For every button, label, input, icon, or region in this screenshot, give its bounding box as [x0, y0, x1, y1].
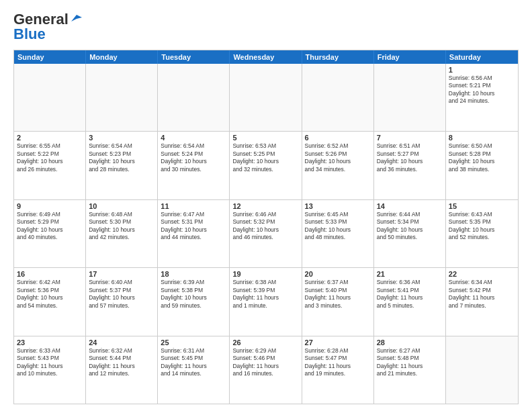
day-info: Sunrise: 6:52 AM Sunset: 5:26 PM Dayligh…: [305, 142, 371, 173]
page: General Blue SundayMondayTuesdayWednesda…: [0, 0, 532, 411]
day-number: 6: [305, 134, 371, 142]
day-info: Sunrise: 6:28 AM Sunset: 5:47 PM Dayligh…: [305, 347, 371, 378]
day-number: 7: [377, 134, 443, 142]
day-number: 18: [161, 270, 226, 278]
day-info: Sunrise: 6:54 AM Sunset: 5:24 PM Dayligh…: [161, 142, 226, 173]
day-info: Sunrise: 6:45 AM Sunset: 5:33 PM Dayligh…: [305, 211, 371, 242]
day-number: 28: [377, 338, 443, 347]
calendar-cell: 25Sunrise: 6:31 AM Sunset: 5:45 PM Dayli…: [158, 336, 230, 404]
day-info: Sunrise: 6:44 AM Sunset: 5:34 PM Dayligh…: [377, 211, 443, 242]
calendar-cell: 11Sunrise: 6:47 AM Sunset: 5:31 PM Dayli…: [158, 200, 230, 267]
calendar-row-4: 16Sunrise: 6:42 AM Sunset: 5:36 PM Dayli…: [14, 267, 518, 335]
svg-marker-0: [71, 15, 82, 21]
calendar-cell: 6Sunrise: 6:52 AM Sunset: 5:26 PM Daylig…: [302, 132, 374, 199]
day-info: Sunrise: 6:32 AM Sunset: 5:44 PM Dayligh…: [89, 347, 154, 378]
calendar-cell: [230, 64, 302, 131]
weekday-header-thursday: Thursday: [302, 50, 374, 64]
day-number: 14: [377, 202, 443, 210]
calendar-cell: 9Sunrise: 6:49 AM Sunset: 5:29 PM Daylig…: [14, 200, 86, 267]
day-info: Sunrise: 6:54 AM Sunset: 5:23 PM Dayligh…: [89, 142, 154, 173]
calendar-cell: 20Sunrise: 6:37 AM Sunset: 5:40 PM Dayli…: [302, 268, 374, 335]
day-info: Sunrise: 6:33 AM Sunset: 5:43 PM Dayligh…: [17, 347, 83, 378]
weekday-header-tuesday: Tuesday: [158, 50, 230, 64]
day-number: 5: [232, 134, 298, 142]
calendar-cell: 5Sunrise: 6:53 AM Sunset: 5:25 PM Daylig…: [230, 132, 302, 199]
day-info: Sunrise: 6:40 AM Sunset: 5:37 PM Dayligh…: [89, 279, 154, 310]
calendar-cell: 28Sunrise: 6:27 AM Sunset: 5:48 PM Dayli…: [374, 336, 446, 404]
calendar-cell: 22Sunrise: 6:34 AM Sunset: 5:42 PM Dayli…: [446, 268, 518, 335]
day-info: Sunrise: 6:47 AM Sunset: 5:31 PM Dayligh…: [161, 211, 226, 242]
calendar-cell: 21Sunrise: 6:36 AM Sunset: 5:41 PM Dayli…: [374, 268, 446, 335]
calendar-cell: [446, 336, 518, 404]
day-info: Sunrise: 6:42 AM Sunset: 5:36 PM Dayligh…: [17, 279, 83, 310]
day-number: 21: [377, 270, 443, 278]
day-info: Sunrise: 6:43 AM Sunset: 5:35 PM Dayligh…: [449, 211, 515, 242]
day-number: 3: [89, 134, 154, 142]
day-number: 2: [17, 134, 83, 142]
calendar-cell: 10Sunrise: 6:48 AM Sunset: 5:30 PM Dayli…: [86, 200, 158, 267]
calendar-cell: 17Sunrise: 6:40 AM Sunset: 5:37 PM Dayli…: [86, 268, 158, 335]
calendar-cell: 19Sunrise: 6:38 AM Sunset: 5:39 PM Dayli…: [230, 268, 302, 335]
calendar-cell: 18Sunrise: 6:39 AM Sunset: 5:38 PM Dayli…: [158, 268, 230, 335]
day-info: Sunrise: 6:31 AM Sunset: 5:45 PM Dayligh…: [161, 347, 226, 378]
calendar-cell: [14, 64, 86, 131]
day-number: 13: [305, 202, 371, 210]
day-number: 24: [89, 338, 154, 347]
day-number: 26: [232, 338, 298, 347]
weekday-header-monday: Monday: [86, 50, 158, 64]
day-number: 15: [449, 202, 515, 210]
day-info: Sunrise: 6:56 AM Sunset: 5:21 PM Dayligh…: [449, 75, 515, 105]
weekday-header-sunday: Sunday: [14, 50, 86, 64]
calendar-cell: 4Sunrise: 6:54 AM Sunset: 5:24 PM Daylig…: [158, 132, 230, 199]
calendar-row-3: 9Sunrise: 6:49 AM Sunset: 5:29 PM Daylig…: [14, 199, 518, 267]
day-number: 22: [449, 270, 515, 278]
calendar-cell: 2Sunrise: 6:55 AM Sunset: 5:22 PM Daylig…: [14, 132, 86, 199]
day-number: 27: [305, 338, 371, 347]
day-info: Sunrise: 6:39 AM Sunset: 5:38 PM Dayligh…: [161, 279, 226, 310]
day-number: 8: [449, 134, 515, 142]
weekday-header-wednesday: Wednesday: [230, 50, 302, 64]
day-info: Sunrise: 6:27 AM Sunset: 5:48 PM Dayligh…: [377, 347, 443, 378]
calendar-cell: 3Sunrise: 6:54 AM Sunset: 5:23 PM Daylig…: [86, 132, 158, 199]
day-info: Sunrise: 6:38 AM Sunset: 5:39 PM Dayligh…: [232, 279, 298, 310]
day-info: Sunrise: 6:53 AM Sunset: 5:25 PM Dayligh…: [232, 142, 298, 173]
calendar-cell: 23Sunrise: 6:33 AM Sunset: 5:43 PM Dayli…: [14, 336, 86, 404]
calendar: SundayMondayTuesdayWednesdayThursdayFrid…: [13, 50, 519, 404]
calendar-cell: [302, 64, 374, 131]
day-info: Sunrise: 6:49 AM Sunset: 5:29 PM Dayligh…: [17, 211, 83, 242]
calendar-header: SundayMondayTuesdayWednesdayThursdayFrid…: [14, 50, 518, 64]
day-number: 4: [161, 134, 226, 142]
day-number: 23: [17, 338, 83, 347]
day-number: 11: [161, 202, 226, 210]
calendar-body: 1Sunrise: 6:56 AM Sunset: 5:21 PM Daylig…: [14, 64, 518, 404]
day-number: 20: [305, 270, 371, 278]
calendar-cell: 14Sunrise: 6:44 AM Sunset: 5:34 PM Dayli…: [374, 200, 446, 267]
day-info: Sunrise: 6:48 AM Sunset: 5:30 PM Dayligh…: [89, 211, 154, 242]
weekday-header-saturday: Saturday: [446, 50, 518, 64]
day-number: 16: [17, 270, 83, 278]
calendar-cell: 27Sunrise: 6:28 AM Sunset: 5:47 PM Dayli…: [302, 336, 374, 404]
day-number: 10: [89, 202, 154, 210]
calendar-cell: 15Sunrise: 6:43 AM Sunset: 5:35 PM Dayli…: [446, 200, 518, 267]
calendar-cell: 7Sunrise: 6:51 AM Sunset: 5:27 PM Daylig…: [374, 132, 446, 199]
logo-bird-icon: [70, 12, 82, 24]
calendar-cell: 16Sunrise: 6:42 AM Sunset: 5:36 PM Dayli…: [14, 268, 86, 335]
day-info: Sunrise: 6:34 AM Sunset: 5:42 PM Dayligh…: [449, 279, 515, 310]
calendar-row-1: 1Sunrise: 6:56 AM Sunset: 5:21 PM Daylig…: [14, 64, 518, 131]
day-info: Sunrise: 6:36 AM Sunset: 5:41 PM Dayligh…: [377, 279, 443, 310]
day-info: Sunrise: 6:46 AM Sunset: 5:32 PM Dayligh…: [232, 211, 298, 242]
day-info: Sunrise: 6:55 AM Sunset: 5:22 PM Dayligh…: [17, 142, 83, 173]
calendar-cell: [86, 64, 158, 131]
logo: General Blue: [13, 11, 82, 43]
day-number: 12: [232, 202, 298, 210]
weekday-header-friday: Friday: [374, 50, 446, 64]
day-number: 1: [449, 66, 515, 74]
calendar-cell: 1Sunrise: 6:56 AM Sunset: 5:21 PM Daylig…: [446, 64, 518, 131]
calendar-cell: 13Sunrise: 6:45 AM Sunset: 5:33 PM Dayli…: [302, 200, 374, 267]
day-number: 17: [89, 270, 154, 278]
day-number: 25: [161, 338, 226, 347]
calendar-row-5: 23Sunrise: 6:33 AM Sunset: 5:43 PM Dayli…: [14, 336, 518, 404]
calendar-cell: 8Sunrise: 6:50 AM Sunset: 5:28 PM Daylig…: [446, 132, 518, 199]
calendar-cell: [374, 64, 446, 131]
calendar-row-2: 2Sunrise: 6:55 AM Sunset: 5:22 PM Daylig…: [14, 131, 518, 199]
